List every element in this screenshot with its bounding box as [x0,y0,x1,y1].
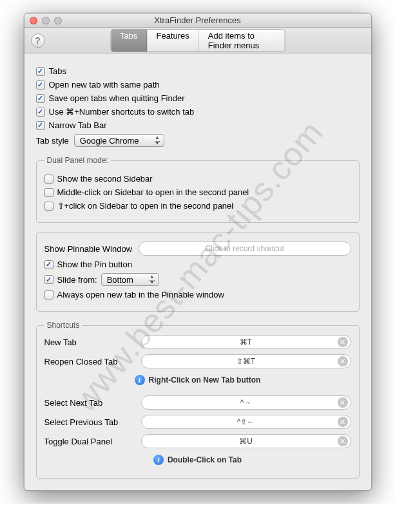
checkbox-slide-from[interactable] [44,275,53,284]
select-tab-style[interactable]: Google Chrome ▲▼ [74,134,164,147]
label-save-on-quit: Save open tabs when quitting Finder [49,93,185,103]
minimize-window-button[interactable] [42,17,50,24]
checkbox-always-open[interactable] [44,290,53,299]
label-second-sidebar: Show the second Sidebar [57,174,153,184]
clear-icon[interactable]: ✕ [338,417,348,427]
preferences-window: XtraFinder Preferences ? Tabs Features A… [24,13,372,491]
label-show-pinnable: Show Pinnable Window [44,244,133,254]
label-shift-click: ⇧+click on Sidebar to open in the second… [57,201,234,211]
tab-add-items[interactable]: Add items to Finder menus [199,30,284,52]
hint-double-click: Double-Click on Tab [168,455,242,464]
label-middle-click: Middle-click on Sidebar to open in the s… [57,187,249,197]
checkbox-open-same-path[interactable] [36,81,45,90]
label-prev-tab: Select Previous Tab [44,417,135,427]
group-pinnable: Show Pinnable Window Click to record sho… [36,232,360,312]
label-show-pin: Show the Pin button [57,260,132,269]
toolbar: ? Tabs Features Add items to Finder menu… [24,28,371,53]
checkbox-middle-click[interactable] [44,188,53,197]
select-slide-value: Bottom [107,275,133,285]
label-cmd-number: Use ⌘+Number shortcuts to switch tab [49,107,195,117]
traffic-lights [24,17,62,24]
label-always-open: Always open new tab in the Pinnable wind… [57,290,224,299]
legend-shortcuts: Shortcuts [44,321,82,330]
select-tab-style-value: Google Chrome [80,136,139,146]
label-open-same-path: Open new tab with same path [49,80,160,90]
window-title: XtraFinder Preferences [24,15,371,25]
label-tab-style: Tab style [36,136,69,146]
checkbox-cmd-number[interactable] [36,108,45,117]
info-icon: i [135,375,145,385]
info-icon: i [153,455,164,465]
shortcut-toggle-dual[interactable]: ⌘U ✕ [141,434,351,448]
checkbox-show-pin[interactable] [44,260,53,269]
checkbox-shift-click[interactable] [44,202,53,211]
shortcut-prev-value: ^⇧← [237,417,255,426]
clear-icon[interactable]: ✕ [338,337,348,347]
clear-icon[interactable]: ✕ [338,397,348,408]
clear-icon[interactable]: ✕ [338,356,348,366]
checkbox-tabs[interactable] [36,67,45,76]
shortcut-next-tab[interactable]: ^→ ✕ [141,395,351,410]
titlebar: XtraFinder Preferences [24,14,371,28]
label-narrow: Narrow Tab Bar [49,120,107,130]
label-tabs: Tabs [49,66,66,76]
shortcut-next-value: ^→ [240,398,252,407]
label-new-tab: New Tab [44,337,135,347]
label-slide-from: Slide from: [57,275,97,285]
checkbox-save-on-quit[interactable] [36,94,45,103]
hint-right-click: Right-Click on New Tab button [149,375,261,385]
zoom-window-button[interactable] [54,17,62,24]
group-shortcuts: Shortcuts New Tab ⌘T ✕ Reopen Closed Tab… [36,321,360,479]
shortcut-toggle-value: ⌘U [239,437,253,446]
checkbox-second-sidebar[interactable] [44,175,53,184]
legend-dual-panel: Dual Panel mode: [44,156,111,165]
label-next-tab: Select Next Tab [44,398,135,408]
close-window-button[interactable] [30,17,37,24]
shortcut-new-tab[interactable]: ⌘T ✕ [141,335,351,349]
shortcut-prev-tab[interactable]: ^⇧← ✕ [141,415,351,429]
group-dual-panel: Dual Panel mode: Show the second Sidebar… [36,156,360,223]
select-slide-from[interactable]: Bottom ▲▼ [101,273,159,286]
label-reopen: Reopen Closed Tab [44,357,135,366]
checkbox-narrow[interactable] [36,121,45,130]
shortcut-record-placeholder: Click to record shortcut [205,244,284,253]
tab-tabs[interactable]: Tabs [111,30,147,52]
shortcut-reopen-value: ⇧⌘T [236,357,255,366]
help-button[interactable]: ? [31,33,45,48]
section-tabs: Tabs Features Add items to Finder menus [111,30,284,52]
shortcut-new-tab-value: ⌘T [240,337,252,347]
shortcut-reopen[interactable]: ⇧⌘T ✕ [141,354,351,368]
tab-features[interactable]: Features [147,30,198,52]
label-toggle-dual: Toggle Dual Panel [44,437,135,446]
content-area: Tabs Open new tab with same path Save op… [24,53,371,490]
clear-icon[interactable]: ✕ [338,436,348,446]
shortcut-record-pinnable[interactable]: Click to record shortcut [139,242,351,256]
